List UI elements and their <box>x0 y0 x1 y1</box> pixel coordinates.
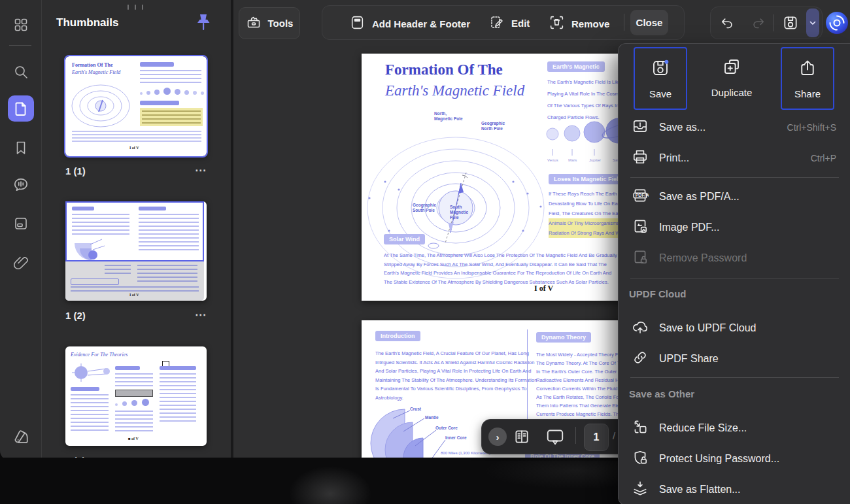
mini-field-diagram <box>69 80 132 131</box>
mini-footer: I of V <box>129 293 139 297</box>
mini-planets <box>140 88 204 95</box>
attachment-icon[interactable] <box>8 250 34 276</box>
bookmark-icon[interactable] <box>8 135 34 161</box>
menu-item-label: Save as... <box>659 122 706 133</box>
mini-redaction-bar <box>115 390 153 397</box>
menu-item-save-as-flatten[interactable]: Save as Flatten... <box>619 474 850 504</box>
edit-pencil-icon <box>489 14 505 32</box>
menu-item-label: Save to UPDF Cloud <box>659 322 756 334</box>
file-menu-dropdown-button[interactable] <box>806 8 819 37</box>
thumbnail-text-placeholder <box>160 373 196 423</box>
planet-label-mars: Mars <box>568 158 577 162</box>
menu-item-protect-password[interactable]: Protect Using Password... <box>619 443 850 474</box>
mini-sun-diagram <box>71 362 111 383</box>
menu-item-label: UPDF Share <box>659 353 719 365</box>
menu-section-save-as-other: Save as Other <box>629 388 694 399</box>
remove-button[interactable]: Remove <box>549 14 609 33</box>
thumbnail-more-button[interactable]: ⋯ <box>195 167 207 174</box>
close-label: Close <box>636 17 663 28</box>
thumbnail-text-placeholder <box>140 70 201 84</box>
history-save-group <box>710 7 823 39</box>
section-pill-earths-magnetic: Earth's Magnetic <box>547 61 605 72</box>
stamps-icon[interactable] <box>8 424 34 450</box>
tools-button[interactable]: Tools <box>239 7 300 39</box>
apps-grid-icon[interactable] <box>8 12 34 38</box>
thumbnail-text-placeholder <box>71 394 109 433</box>
menu-item-print[interactable]: Print... Ctrl+P <box>619 143 850 173</box>
pdfa-icon: PDF/A <box>632 187 649 207</box>
menu-item-reduce-file-size[interactable]: Reduce File Size... <box>619 412 850 443</box>
link-icon <box>632 349 649 369</box>
diagram-label-geo-south: GeographicSouth Pole <box>413 203 436 213</box>
remove-label: Remove <box>571 18 609 29</box>
tools-label: Tools <box>268 18 294 29</box>
menu-item-label: Save as Flatten... <box>659 484 741 496</box>
thumbnail-label-row: 1 (2) ⋯ <box>65 308 207 322</box>
pager-expand-button[interactable]: › <box>488 428 507 446</box>
thumbnails-panel-icon[interactable] <box>8 95 34 122</box>
thumbnail-page-1[interactable]: Formation Of The Earth's Magnetic Field … <box>65 56 207 156</box>
close-button[interactable]: Close <box>630 10 668 35</box>
menu-divider <box>630 278 839 278</box>
presentation-mode-icon[interactable] <box>544 428 566 446</box>
menu-item-label: Protect Using Password... <box>659 453 779 465</box>
thumbnails-panel: Thumbnails Formation Of The Earth's Magn… <box>42 0 231 461</box>
menu-item-save-to-cloud[interactable]: Save to UPDF Cloud <box>619 312 850 343</box>
shield-lock-icon <box>632 449 649 469</box>
thumbnail-selection-region[interactable] <box>65 201 204 261</box>
pin-icon[interactable] <box>195 13 212 35</box>
mini-pill <box>140 101 179 105</box>
mini-pill <box>140 62 174 67</box>
form-field-icon[interactable] <box>8 210 34 237</box>
mini-pill <box>115 366 140 370</box>
menu-item-shortcut: Ctrl+P <box>811 153 836 163</box>
dock-divider <box>9 45 31 46</box>
menu-item-updf-share[interactable]: UPDF Share <box>619 343 850 374</box>
toolbar-separator <box>624 14 624 31</box>
thumbnail-label: 1 (1) <box>65 165 86 176</box>
diagram-label-south-magnetic: SouthMagneticPole <box>450 205 468 220</box>
menu-item-remove-password[interactable]: Remove Password <box>619 243 850 273</box>
menu-duplicate-label: Duplicate <box>711 87 753 98</box>
file-menu-dropdown: Save Duplicate Share Save as... Ctrl+Shi… <box>618 43 850 504</box>
page-1-footer: I of V <box>534 284 553 294</box>
remove-trash-icon <box>549 14 565 33</box>
toolbar-separator <box>774 14 774 31</box>
ai-assistant-logo[interactable] <box>824 10 849 35</box>
solar-wind-paragraph: At The Same Time, The Atmosphere Will Al… <box>384 251 617 286</box>
add-header-footer-button[interactable]: Add Header & Footer <box>349 14 470 33</box>
undo-icon[interactable] <box>719 15 736 32</box>
add-header-footer-label: Add Header & Footer <box>372 18 470 29</box>
save-icon[interactable] <box>780 14 801 32</box>
core-label-crust: Crust <box>410 407 421 412</box>
section-pill-dynamo: Dynamo Theory <box>536 332 591 343</box>
panel-drag-handle-icon[interactable] <box>128 5 143 10</box>
annotation-audio-icon[interactable] <box>8 172 34 198</box>
thumbnail-label-row: 1 (1) ⋯ <box>65 163 207 178</box>
section-pill-introduction: Introduction <box>375 331 420 341</box>
thumbnail-page-2[interactable]: I of V <box>65 201 207 301</box>
core-label-mantle: Mantle <box>425 415 439 420</box>
thumbnail-more-button[interactable]: ⋯ <box>195 312 207 318</box>
search-icon[interactable] <box>8 59 34 85</box>
menu-item-save-as[interactable]: Save as... Ctrl+Shift+S <box>619 112 850 143</box>
mini-planets <box>115 399 149 406</box>
menu-item-save-pdfa[interactable]: PDF/A Save as PDF/A... <box>619 181 850 212</box>
redo-icon[interactable] <box>750 15 767 32</box>
mini-footer: ■ of V <box>128 437 139 441</box>
reading-mode-icon[interactable] <box>512 428 532 446</box>
menu-share-button[interactable]: Share <box>781 47 834 110</box>
thumbnail-text-placeholder <box>115 373 153 388</box>
edit-button[interactable]: Edit <box>489 14 530 32</box>
thumbnail-gray-region: I of V <box>65 261 204 301</box>
image-pdf-icon <box>632 218 649 237</box>
page-number-input[interactable]: 1 <box>584 424 609 451</box>
section-pill-loses: Loses Its Magnetic Field <box>549 174 627 184</box>
menu-item-image-pdf[interactable]: Image PDF... <box>619 212 850 243</box>
thumbnail-page-3[interactable]: Evidence For The Theories ■ of V <box>65 346 207 446</box>
menu-save-button[interactable]: Save <box>634 47 687 110</box>
section-pill-solar-wind: Solar Wind <box>384 234 425 244</box>
flatten-layers-icon <box>632 480 649 499</box>
menu-duplicate-button[interactable]: Duplicate <box>706 47 757 107</box>
dynamo-paragraph: The Most Widely - Accepted Theory For Th… <box>536 350 630 418</box>
